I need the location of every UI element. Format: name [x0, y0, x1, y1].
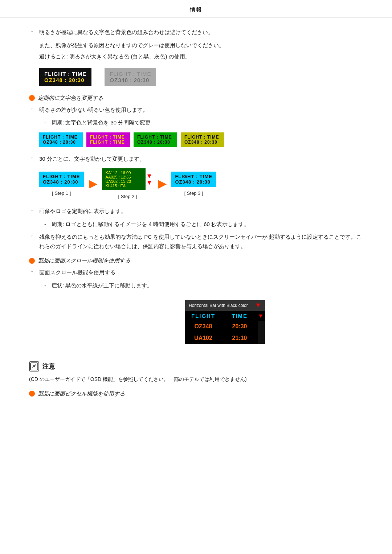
dash-2: - [44, 219, 49, 229]
bullet-dot-1: ・ [29, 28, 39, 36]
hbar-row2-col1: UA102 [185, 332, 221, 344]
gray-box-row1: FLIGHT : TIME [110, 71, 151, 77]
color-boxes-row: FLIGHT : TIME OZ348 : 20:30 FLIGHT : TIM… [39, 132, 363, 147]
step2-row2a: AA025 : 12:35 [106, 175, 142, 179]
hbar-title-arrow: ▼ [255, 301, 261, 309]
bullet-text-6: 画面スクロール機能を使用する [39, 268, 363, 277]
color-box-yellow-row2: OZ348 : 20:30 [184, 140, 221, 145]
section-heading-2: 製品に画面スクロール機能を使用する [29, 257, 363, 264]
black-box-row1: FLIGHT : TIME [44, 71, 86, 77]
bullet-dot-3: ・ [29, 155, 39, 162]
color-box-yellow: FLIGHT : TIME OZ348 : 20:30 [181, 132, 224, 147]
note-section: 注意 (CD のユーザーガイドで「OSD 機能」を参照してください。一部のモデル… [29, 361, 363, 384]
indent-block-3: - 周期: ロゴとともに移動するイメージを 4 時間使用するごとに 60 秒表示… [39, 219, 363, 229]
hbar-title-bar: Horizontal Bar with Black color ▼ [185, 300, 265, 311]
bullet-item-3: ・ 30 分ごとに、文字を動かして変更します。 [29, 154, 363, 164]
dash-1: - [44, 118, 49, 127]
color-box-cyan: FLIGHT : TIME OZ348 : 20:30 [39, 132, 83, 147]
dash-text-3: 症状: 黒色の水平線が上下に移動します。 [52, 281, 152, 290]
dash-text-2: 周期: ロゴとともに移動するイメージを 4 時間使用するごとに 60 秒表示しま… [52, 219, 249, 229]
color-box-yellow-row1: FLIGHT : TIME [184, 135, 221, 140]
color-box-cyan-row1: FLIGHT : TIME [43, 135, 79, 140]
bullet-item-4: ・ 画像やロゴを定期的に表示します。 [29, 206, 363, 216]
bullet-item-6: ・ 画面スクロール機能を使用する [29, 268, 363, 277]
step2-flight-box: KA112 : 16:00 AA025 : 12:35 UA102 : 13:2… [102, 168, 146, 190]
step2-row2c: KL415 : EA [106, 184, 142, 188]
step1-arrow: ▶ [89, 178, 97, 190]
step1-row1: FLIGHT : TIME [43, 174, 80, 179]
step2-arrow: ▶ [158, 178, 166, 190]
color-box-green-row2: OZ348 : 20:30 [137, 140, 173, 145]
step3-row2: OZ348 : 20:30 [175, 179, 212, 185]
indent-text-1: また、残像が発生する原因となりますのでグレーは使用しないでください。 [39, 41, 363, 50]
hbar-header: FLIGHT TIME ▼ [185, 311, 265, 321]
step3-box-container: FLIGHT : TIME OZ348 : 20:30 [ Step 3 ] [171, 172, 216, 196]
bullet-text-3: 30 分ごとに、文字を動かして変更します。 [39, 154, 363, 164]
dash-item-3: - 症状: 黒色の水平線が上下に移動します。 [44, 281, 363, 290]
black-box-row2: OZ348 : 20:30 [44, 77, 86, 83]
bullet-item-5: ・ 残像を抑えるのにもっとも効果的な方法は PC を使用していないときにスクリー… [29, 232, 363, 251]
color-box-magenta-row2: FLIGHT : TIME [90, 140, 126, 145]
step3-flight-box: FLIGHT : TIME OZ348 : 20:30 [171, 172, 216, 187]
color-box-magenta-row1: FLIGHT : TIME [90, 135, 126, 140]
step2-row1: KA112 : 16:00 [106, 171, 142, 175]
dash-text-1: 周期: 文字色と背景色を 30 分間隔で変更 [52, 118, 151, 127]
step3-row1: FLIGHT : TIME [175, 174, 212, 179]
flight-box-black: FLIGHT : TIME OZ348 : 20:30 [39, 68, 91, 86]
section-heading-1: 定期的に文字色を変更する [29, 95, 363, 102]
example-boxes-row: FLIGHT : TIME OZ348 : 20:30 FLIGHT : TIM… [39, 68, 363, 86]
bullet-text-2: 明るさの差が少ない明るい色を使用します。 [39, 105, 363, 115]
hbar-row-1: OZ348 20:30 [185, 321, 265, 332]
section-heading-text-3: 製品に画面ピクセル機能を使用する [38, 390, 125, 397]
step-row: FLIGHT : TIME OZ348 : 20:30 [ Step 1 ] ▶… [39, 168, 363, 199]
step1-box-container: FLIGHT : TIME OZ348 : 20:30 [ Step 1 ] [39, 172, 84, 196]
color-box-green: FLIGHT : TIME OZ348 : 20:30 [134, 132, 177, 147]
note-heading: 注意 [29, 361, 363, 372]
bullet-text-4: 画像やロゴを定期的に表示します。 [39, 206, 363, 216]
color-box-cyan-row2: OZ348 : 20:30 [43, 140, 79, 145]
orange-circle-icon-3 [29, 391, 35, 397]
note-heading-text: 注意 [42, 362, 55, 371]
page-header: 情報 [0, 0, 392, 17]
note-text: (CD のユーザーガイドで「OSD 機能」を参照してください。一部のモデルでは利… [29, 375, 363, 384]
step1-flight-box: FLIGHT : TIME OZ348 : 20:30 [39, 172, 84, 187]
note-icon [29, 361, 39, 372]
hbar-col2-header: TIME [221, 311, 258, 321]
indent-text-2: 避けること: 明るさが大きく異なる色 (白と黒、灰色) の使用。 [39, 52, 363, 61]
dash-item-2: - 周期: ロゴとともに移動するイメージを 4 時間使用するごとに 60 秒表示… [44, 219, 363, 229]
step1-row2: OZ348 : 20:30 [43, 179, 80, 185]
step2-box-container: KA112 : 16:00 AA025 : 12:35 UA102 : 13:2… [102, 168, 154, 199]
orange-circle-icon-2 [29, 258, 35, 264]
indent-block-1: また、残像が発生する原因となりますのでグレーは使用しないでください。 避けること… [39, 41, 363, 61]
gray-box-row2: OZ348 : 20:30 [110, 77, 151, 83]
section-heading-text-1: 定期的に文字色を変更する [38, 95, 103, 102]
bullet-text-1: 明るさが極端に異なる文字色と背景色の組み合わせは避けてください。 [39, 28, 363, 37]
color-box-green-row1: FLIGHT : TIME [137, 135, 173, 140]
hbar-header-arrow: ▼ [258, 313, 264, 319]
hbar-row-2: UA102 21:10 [185, 332, 265, 344]
step2-arrow-down-2: ▼ [146, 179, 153, 186]
hbar-title-text: Horizontal Bar with Black color [189, 303, 248, 308]
section-heading-3: 製品に画面ピクセル機能を使用する [29, 390, 363, 397]
step3-label: [ Step 3 ] [184, 190, 203, 196]
step1-label: [ Step 1 ] [52, 190, 71, 196]
bullet-text-5: 残像を抑えるのにもっとも効果的な方法は PC を使用していないときにスクリーンセ… [39, 232, 363, 251]
bullet-dot-2: ・ [29, 106, 39, 113]
page-footer [0, 430, 392, 437]
header-title: 情報 [190, 7, 202, 13]
indent-block-2: - 周期: 文字色と背景色を 30 分間隔で変更 [39, 118, 363, 127]
hbar-demo: Horizontal Bar with Black color ▼ FLIGHT… [185, 300, 265, 344]
bullet-dot-4: ・ [29, 207, 39, 214]
indent-block-4: - 症状: 黒色の水平線が上下に移動します。 [39, 281, 363, 290]
main-content: ・ 明るさが極端に異なる文字色と背景色の組み合わせは避けてください。 また、残像… [0, 28, 392, 415]
color-box-magenta: FLIGHT : TIME FLIGHT : TIME [86, 132, 130, 147]
bullet-dot-6: ・ [29, 268, 39, 276]
step2-arrow-down-1: ▼ [146, 173, 153, 179]
pencil-icon [30, 362, 38, 370]
hbar-row1-col2: 20:30 [221, 321, 258, 332]
orange-circle-icon-1 [29, 95, 35, 101]
hbar-row1-col1: OZ348 [185, 321, 221, 332]
bullet-dot-5: ・ [29, 233, 39, 240]
hbar-col1-header: FLIGHT [185, 311, 221, 321]
section-heading-text-2: 製品に画面スクロール機能を使用する [38, 257, 130, 264]
